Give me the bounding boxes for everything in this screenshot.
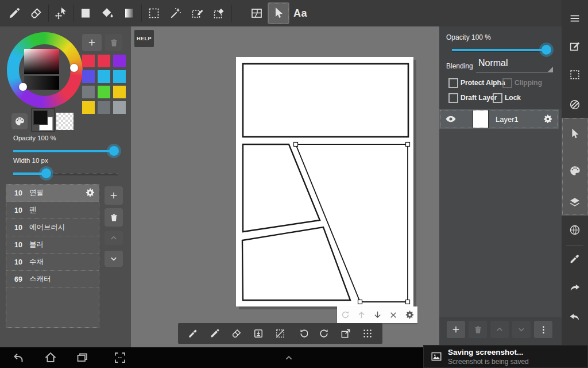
quick-menu-button[interactable] [357, 324, 378, 343]
select-pen-tool-button[interactable] [187, 2, 208, 24]
draft-layer-checkbox[interactable] [448, 93, 458, 103]
layer-up-button[interactable] [490, 321, 509, 338]
main-menu-button[interactable] [562, 5, 588, 32]
frame-move-up-button[interactable] [353, 306, 369, 323]
top-toolbar: Aa [0, 0, 562, 26]
quick-pen-button[interactable] [204, 324, 226, 343]
gradient-tool-button[interactable] [118, 2, 140, 24]
color-swatch[interactable] [113, 55, 126, 67]
add-layer-button[interactable] [447, 321, 465, 338]
hue-handle[interactable] [70, 64, 78, 72]
nav-recents-button[interactable] [69, 349, 95, 366]
layer-panel: Opacity 100 % Blending Normal Protect Al… [439, 26, 562, 347]
new-canvas-button[interactable] [562, 32, 588, 60]
color-swatch[interactable] [98, 55, 110, 67]
quick-redo-button[interactable] [313, 324, 335, 343]
color-swatch[interactable] [98, 101, 110, 114]
value-bar[interactable] [24, 76, 59, 90]
plus-icon [111, 193, 117, 199]
clipping-checkbox[interactable] [502, 78, 512, 88]
color-swatch[interactable] [113, 86, 126, 98]
brush-item-watercolor[interactable]: 10 수채 [6, 254, 99, 271]
delete-layer-button[interactable] [469, 321, 487, 338]
help-button[interactable]: HELP [134, 30, 154, 47]
frame-move-down-button[interactable] [369, 306, 385, 323]
brush-item-airbrush[interactable]: 10 에어브러시 [6, 219, 99, 236]
document-page[interactable] [236, 57, 413, 306]
pen-tool-button[interactable] [3, 2, 25, 24]
layers-icon [570, 198, 579, 206]
frame-close-button[interactable] [385, 306, 401, 323]
delete-brush-button[interactable] [105, 208, 123, 227]
layer-down-button[interactable] [512, 321, 531, 338]
brush-move-up-button[interactable] [105, 231, 123, 245]
color-swatch[interactable] [98, 70, 110, 83]
operation-cursor-tool-button[interactable] [268, 2, 289, 24]
color-swatch[interactable] [113, 101, 126, 114]
layer-visibility-icon[interactable] [446, 116, 456, 122]
quick-deselect-button[interactable] [269, 324, 291, 343]
hue-handle-secondary[interactable] [19, 83, 27, 91]
divide-frame-tool-button[interactable] [246, 2, 268, 24]
quick-undo-button[interactable] [291, 324, 313, 343]
brush-move-down-button[interactable] [105, 251, 123, 267]
nav-back-button[interactable] [6, 349, 31, 366]
color-swatch[interactable] [113, 70, 126, 83]
paint-bucket-tool-button[interactable] [96, 2, 118, 24]
layer-settings-icon[interactable] [544, 115, 552, 124]
add-brush-button[interactable] [105, 186, 123, 205]
add-swatch-button[interactable] [82, 34, 102, 51]
lock-checkbox[interactable] [493, 93, 502, 103]
layer-opacity-handle[interactable] [541, 45, 551, 55]
text-tool-button[interactable]: Aa [289, 2, 311, 24]
brush-settings-button[interactable] [85, 187, 95, 198]
saturation-value-picker[interactable] [24, 49, 59, 74]
quick-eraser-button[interactable] [226, 324, 247, 343]
frame-settings-button[interactable] [401, 306, 417, 323]
brush-opacity-handle[interactable] [109, 146, 119, 156]
brush-item-pen[interactable]: 10 펜 [6, 202, 99, 219]
fill-rect-tool-button[interactable] [75, 2, 96, 24]
quick-save-button[interactable] [247, 324, 269, 343]
layer-more-button[interactable] [534, 321, 552, 338]
frame-refresh-button[interactable] [337, 306, 353, 323]
eyedropper-button[interactable] [562, 245, 588, 273]
palette-dialog-button[interactable] [11, 113, 28, 129]
color-swatch[interactable] [82, 86, 95, 98]
delete-swatch-button[interactable] [105, 34, 122, 51]
layer-row-layer1[interactable]: Layer1 [439, 109, 559, 129]
quick-export-button[interactable] [335, 324, 357, 343]
nav-home-button[interactable] [38, 349, 63, 366]
color-swatch[interactable] [98, 86, 110, 98]
rotate-canvas-button[interactable] [562, 91, 588, 118]
layer-thumbnail [473, 110, 489, 128]
eraser-tool-button[interactable] [25, 2, 47, 24]
globe-icon [570, 225, 579, 234]
magic-wand-tool-button[interactable] [165, 2, 187, 24]
protect-alpha-checkbox[interactable] [448, 78, 458, 88]
brush-item-pencil[interactable]: 10 연필 [6, 185, 99, 202]
redo-button[interactable] [562, 275, 588, 302]
transparent-color-button[interactable] [56, 113, 74, 130]
select-rect-tool-button[interactable] [143, 2, 165, 24]
canvas-area[interactable]: HELP [131, 26, 439, 347]
undo-button[interactable] [562, 304, 588, 332]
nav-expand-button[interactable] [276, 349, 301, 366]
brush-width-handle[interactable] [41, 168, 51, 178]
color-swatch[interactable] [82, 55, 95, 67]
select-eraser-tool-button[interactable] [208, 2, 230, 24]
quick-eyedropper-button[interactable] [182, 324, 204, 343]
color-swatch[interactable] [82, 70, 95, 83]
move-tool-button[interactable] [50, 2, 72, 24]
material-panel-button[interactable] [562, 216, 588, 244]
layers-panel-button[interactable] [562, 189, 588, 216]
brush-panel-button[interactable] [562, 157, 588, 185]
tool-panel-button[interactable] [562, 120, 588, 148]
select-panel-button[interactable] [562, 61, 588, 89]
color-swatch[interactable] [82, 101, 95, 114]
nav-screenshot-button[interactable] [107, 349, 133, 366]
brush-item-scatter[interactable]: 69 스캐터 [6, 271, 99, 288]
foreground-background-color-chip[interactable] [32, 109, 54, 131]
brush-item-blur[interactable]: 10 블러 [6, 236, 99, 254]
recents-icon [78, 354, 87, 362]
